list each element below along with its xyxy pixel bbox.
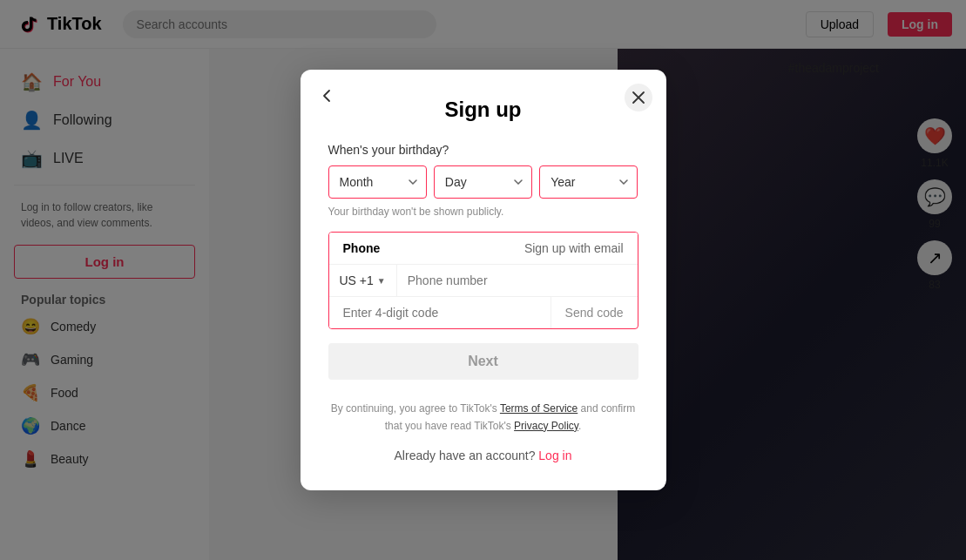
next-button[interactable]: Next [328,343,638,380]
modal-overlay: Sign up When's your birthday? Month Janu… [0,0,966,560]
back-arrow-icon [318,87,335,105]
verification-code-input[interactable] [329,297,551,328]
year-select[interactable]: Year 20262025202420232022202120202019201… [539,165,638,199]
tab-phone[interactable]: Phone [343,241,381,255]
modal-title: Sign up [328,98,638,122]
birthday-selects: Month JanuaryFebruaryMarchAprilMayJuneJu… [328,165,638,199]
privacy-policy-link[interactable]: Privacy Policy [514,420,578,432]
already-account: Already have an account? Log in [328,449,638,462]
terms-end: . [578,420,581,432]
close-icon [632,91,645,105]
country-chevron-icon: ▼ [377,276,386,286]
already-account-text: Already have an account? [395,449,536,462]
terms-before: By continuing, you agree to TikTok's [331,402,500,415]
country-code-label: US +1 [340,273,374,287]
signup-modal: Sign up When's your birthday? Month Janu… [301,70,666,489]
modal-close-button[interactable] [625,84,652,111]
birthday-note: Your birthday won't be shown publicly. [328,206,638,218]
send-code-button[interactable]: Send code [551,297,638,328]
tab-email[interactable]: Sign up with email [524,241,624,255]
contact-box: Phone Sign up with email US +1 ▼ Send co… [328,232,638,329]
birthday-label: When's your birthday? [328,143,638,157]
phone-input-row: US +1 ▼ [329,265,638,297]
phone-number-input[interactable] [397,265,638,296]
modal-back-button[interactable] [318,87,335,105]
terms-text: By continuing, you agree to TikTok's Ter… [328,401,638,434]
modal-login-link[interactable]: Log in [538,449,571,462]
country-code-select[interactable]: US +1 ▼ [329,265,397,296]
code-row: Send code [329,297,638,328]
terms-of-service-link[interactable]: Terms of Service [500,402,578,415]
day-select[interactable]: Day 123456789101112131415161718192021222… [434,165,532,199]
contact-tabs: Phone Sign up with email [329,233,638,265]
month-select[interactable]: Month JanuaryFebruaryMarchAprilMayJuneJu… [328,165,427,199]
